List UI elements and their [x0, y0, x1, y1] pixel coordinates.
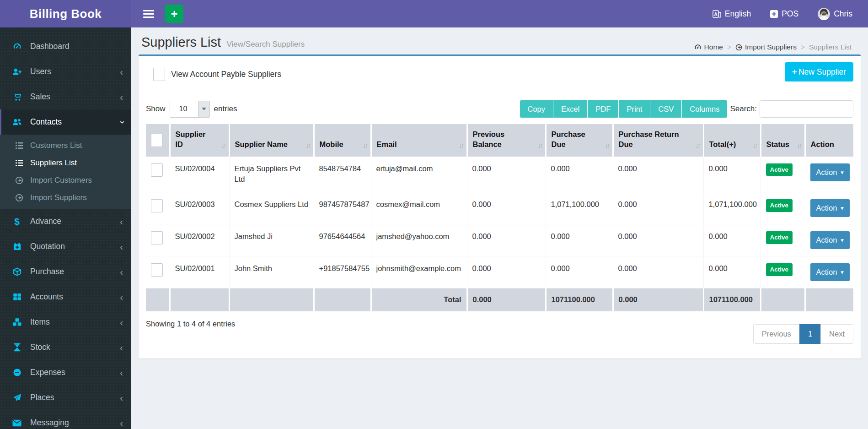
- sidebar-item-suppliers-list[interactable]: Suppliers List: [0, 154, 131, 172]
- csv-button[interactable]: CSV: [650, 100, 682, 118]
- cell-mobile: 8548754784: [314, 157, 371, 192]
- sidebar-item-import-suppliers[interactable]: Import Suppliers: [0, 189, 131, 206]
- row-checkbox[interactable]: [151, 263, 163, 277]
- cell-total: 1,071,100.000: [703, 192, 761, 224]
- chevron-left-icon: ‹: [120, 92, 123, 102]
- sidebar: Dashboard Users ‹ Sales ‹ Contacts ‹: [0, 27, 131, 429]
- user-plus-icon: [11, 67, 22, 76]
- cell-email: cosmex@mail.com: [371, 192, 467, 224]
- copy-button[interactable]: Copy: [520, 100, 554, 118]
- table-controls: Show 10 entries Copy Excel PDF Print CSV…: [146, 100, 853, 118]
- sidebar-item-advance[interactable]: $ Advance ‹: [0, 209, 131, 234]
- pos-label: POS: [782, 9, 798, 19]
- col-purchase-due[interactable]: Purchase Due↓↑: [546, 124, 613, 157]
- sort-icon[interactable]: ↓↑: [363, 141, 367, 150]
- sidebar-item-stock[interactable]: Stock ‹: [0, 335, 131, 360]
- col-email[interactable]: Email↓↑: [371, 124, 467, 157]
- new-supplier-button[interactable]: + New Supplier: [785, 62, 853, 81]
- language-menu[interactable]: A English: [713, 9, 751, 19]
- sidebar-item-dashboard[interactable]: Dashboard: [0, 34, 131, 59]
- search-input[interactable]: [760, 100, 853, 118]
- sidebar-toggle-icon[interactable]: [143, 8, 154, 20]
- cell-supplier-name: Cosmex Suppliers Ltd: [229, 192, 314, 224]
- next-page-button[interactable]: Next: [820, 324, 853, 344]
- sort-icon[interactable]: ↓↑: [605, 141, 609, 150]
- app-logo[interactable]: Billing Book: [0, 0, 131, 27]
- sort-icon[interactable]: ↓↑: [306, 141, 310, 150]
- total-purchase-due: 1071100.000: [546, 288, 613, 311]
- excel-button[interactable]: Excel: [553, 100, 588, 118]
- sidebar-item-label: Places: [30, 393, 54, 402]
- sidebar-item-label: Import Customers: [30, 176, 92, 185]
- page-size-select[interactable]: 10: [170, 101, 210, 118]
- sidebar-item-import-customers[interactable]: Import Customers: [0, 172, 131, 189]
- page-subtitle: View/Search Suppliers: [227, 40, 305, 49]
- col-supplier-id[interactable]: Supplier ID↓↑: [170, 124, 229, 157]
- print-button[interactable]: Print: [619, 100, 650, 118]
- sort-icon[interactable]: ↓↑: [538, 141, 542, 150]
- grid-icon: [11, 293, 22, 301]
- quick-add-button[interactable]: +: [165, 5, 183, 23]
- action-dropdown-button[interactable]: Action▾: [810, 231, 850, 249]
- hourglass-icon: [11, 343, 22, 352]
- payable-suppliers-checkbox[interactable]: [153, 68, 165, 81]
- breadcrumb-separator: >: [801, 43, 805, 51]
- status-badge: Active: [766, 199, 793, 212]
- sidebar-item-label: Items: [30, 317, 50, 327]
- col-purchase-return-due[interactable]: Purchase Return Due↓↑: [613, 124, 703, 157]
- action-dropdown-button[interactable]: Action▾: [810, 163, 850, 181]
- col-supplier-name[interactable]: Supplier Name↓↑: [229, 124, 314, 157]
- sidebar-item-expenses[interactable]: Expenses ‹: [0, 360, 131, 385]
- row-checkbox[interactable]: [151, 199, 163, 212]
- sort-icon[interactable]: ↓↑: [459, 141, 463, 150]
- sort-icon[interactable]: ↓↑: [696, 141, 700, 150]
- sidebar-item-purchase[interactable]: Purchase ‹: [0, 259, 131, 284]
- pos-menu[interactable]: POS: [770, 9, 798, 19]
- chevron-left-icon: ‹: [120, 418, 123, 428]
- row-checkbox[interactable]: [151, 231, 163, 244]
- page-size-value: 10: [170, 101, 198, 117]
- sort-icon[interactable]: ↓↑: [797, 141, 801, 150]
- sort-icon[interactable]: ↓↑: [753, 141, 757, 150]
- action-dropdown-button[interactable]: Action▾: [810, 199, 850, 217]
- col-previous-balance[interactable]: Previous Balance↓↑: [467, 124, 546, 157]
- breadcrumb-home[interactable]: Home: [694, 43, 723, 51]
- payable-filter-row: View Account Payble Suppliers: [146, 56, 853, 81]
- select-all-checkbox[interactable]: [151, 134, 163, 147]
- action-dropdown-button[interactable]: Action▾: [810, 263, 850, 281]
- sidebar-item-sales[interactable]: Sales ‹: [0, 84, 131, 109]
- page-size-control: Show 10 entries: [146, 101, 237, 118]
- table-row: SU/02/0003 Cosmex Suppliers Ltd 98745787…: [146, 192, 853, 224]
- pdf-button[interactable]: PDF: [588, 100, 619, 118]
- plus-icon: +: [792, 67, 797, 77]
- col-total[interactable]: Total(+)↓↑: [703, 124, 761, 157]
- sidebar-item-label: Import Suppliers: [30, 193, 87, 202]
- sidebar-item-quotation[interactable]: Quotation ‹: [0, 234, 131, 259]
- chevron-left-icon: ‹: [120, 293, 123, 302]
- sidebar-item-items[interactable]: Items ‹: [0, 310, 131, 335]
- user-menu[interactable]: Chris: [818, 8, 852, 20]
- cell-purchase-return-due: 0.000: [613, 256, 703, 288]
- col-status[interactable]: Status↓↑: [761, 124, 805, 157]
- breadcrumb-current: Suppliers List: [809, 43, 852, 51]
- cell-previous-balance: 0.000: [467, 256, 546, 288]
- cell-purchase-return-due: 0.000: [613, 157, 703, 192]
- breadcrumb-import-suppliers[interactable]: Import Suppliers: [735, 43, 797, 51]
- sidebar-item-customers-list[interactable]: Customers List: [0, 137, 131, 154]
- sort-icon[interactable]: ↓↑: [221, 141, 225, 150]
- cell-mobile: 97654644564: [314, 224, 371, 256]
- import-icon: [15, 176, 24, 185]
- sidebar-item-users[interactable]: Users ‹: [0, 59, 131, 84]
- sidebar-item-accounts[interactable]: Accounts ‹: [0, 284, 131, 310]
- previous-page-button[interactable]: Previous: [753, 324, 800, 344]
- page-1-button[interactable]: 1: [799, 324, 821, 344]
- breadcrumb: Home > Import Suppliers > Suppliers List: [694, 43, 852, 51]
- sidebar-item-label: Dashboard: [30, 42, 70, 51]
- col-mobile[interactable]: Mobile↓↑: [314, 124, 371, 157]
- sidebar-item-contacts[interactable]: Contacts ‹: [0, 109, 131, 135]
- sidebar-item-messaging[interactable]: Messaging ‹: [0, 410, 131, 429]
- row-checkbox[interactable]: [151, 163, 163, 177]
- sidebar-item-places[interactable]: Places ‹: [0, 385, 131, 410]
- caret-down-icon: ▾: [841, 237, 844, 244]
- columns-button[interactable]: Columns: [682, 100, 727, 118]
